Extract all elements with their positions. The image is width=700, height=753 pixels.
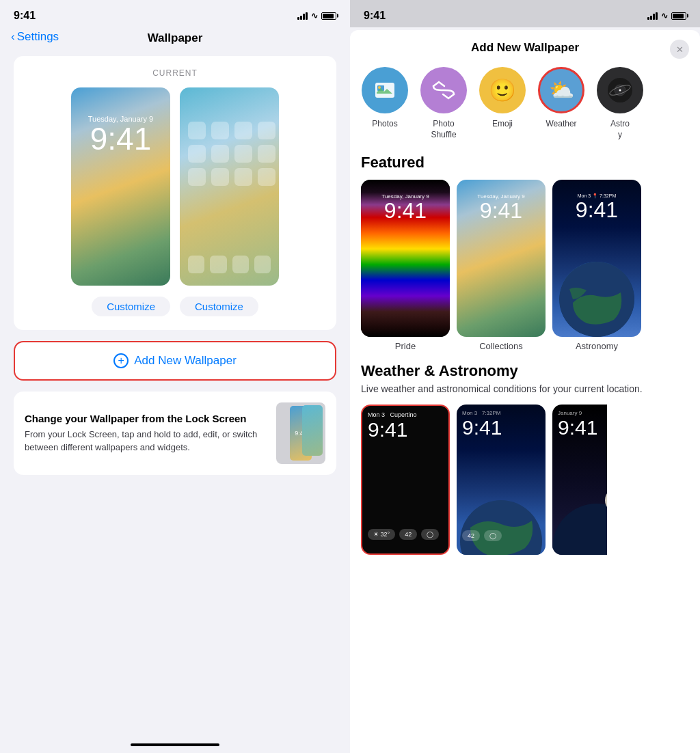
- type-weather[interactable]: ⛅ Weather: [537, 67, 585, 140]
- chevron-left-icon: ‹: [11, 30, 15, 44]
- ls-time-area: Tuesday, January 9 9:41: [71, 115, 170, 154]
- weather-row: Mon 3 Cupertino 9:41 ☀ 32° 42 ◯ Mon 3 7:…: [350, 405, 700, 555]
- home-screen-preview[interactable]: [180, 87, 279, 286]
- featured-title: Featured: [350, 151, 700, 180]
- weather-thumb-3: January 9 9:41: [552, 405, 607, 555]
- weather-top-3: January 9 9:41: [552, 405, 607, 445]
- wifi-icon: ∿: [311, 11, 318, 20]
- app-icon: [234, 145, 252, 163]
- app-icon: [188, 122, 206, 139]
- lock-screen-preview[interactable]: Tuesday, January 9 9:41: [71, 87, 170, 286]
- type-label-emoji: Emoji: [492, 119, 513, 130]
- weather-section-title: Weather & Astronomy: [350, 357, 700, 383]
- svg-point-2: [378, 86, 381, 89]
- info-title: Change your Wallpaper from the Lock Scre…: [25, 413, 267, 424]
- type-emoji[interactable]: 🙂 Emoji: [479, 67, 526, 140]
- collections-thumb: Tuesday, January 9 9:41: [457, 180, 546, 337]
- app-icon: [234, 168, 252, 186]
- weather-item-1[interactable]: Mon 3 Cupertino 9:41 ☀ 32° 42 ◯: [361, 405, 450, 555]
- photo-shuffle-icon: [420, 67, 467, 113]
- weather-top-2: Mon 3 7:32PM 9:41: [457, 405, 546, 445]
- close-icon: ✕: [676, 44, 684, 55]
- featured-time: Tuesday, January 9 9:41: [361, 193, 450, 221]
- right-panel: 9:41 ∿ Add New Wallpaper ✕: [350, 0, 700, 753]
- app-icon: [188, 168, 206, 186]
- weather-thumb-2: Mon 3 7:32PM 9:41 42 ◯: [457, 405, 546, 555]
- pride-thumb: Tuesday, January 9 9:41: [361, 180, 450, 337]
- astro-icon: [597, 67, 643, 113]
- status-icons-left: ∿: [297, 11, 336, 20]
- featured-label-pride: Pride: [395, 341, 416, 351]
- modal-header: Add New Wallpaper ✕: [350, 30, 700, 61]
- left-panel: 9:41 ∿ ‹ Settings Wallpaper CURRENT: [0, 0, 350, 753]
- modal-sheet: Add New Wallpaper ✕ Photos: [350, 30, 700, 753]
- customize-home-button[interactable]: Customize: [180, 297, 258, 316]
- info-preview-image: 9:41: [276, 402, 325, 464]
- type-astro[interactable]: Astroy: [596, 67, 644, 140]
- plus-circle-icon: +: [113, 353, 129, 368]
- photos-icon: [362, 67, 408, 113]
- add-wallpaper-button[interactable]: + Add New Wallpaper: [14, 341, 336, 381]
- featured-label-collections: Collections: [479, 341, 523, 351]
- type-photo-shuffle[interactable]: PhotoShuffle: [420, 67, 468, 140]
- dock-icon: [188, 256, 204, 273]
- lock-screen-thumb: Tuesday, January 9 9:41: [71, 87, 170, 286]
- featured-time-collections: Tuesday, January 9 9:41: [457, 193, 546, 221]
- app-icon: [258, 122, 275, 139]
- customize-lock-button[interactable]: Customize: [92, 297, 170, 316]
- svg-point-9: [552, 504, 607, 555]
- weather-top-1: Mon 3 Cupertino 9:41: [362, 406, 448, 447]
- app-icon: [211, 122, 229, 139]
- featured-label-astronomy: Astronomy: [576, 341, 618, 351]
- app-icon: [211, 168, 229, 186]
- emoji-icon: 🙂: [479, 67, 526, 113]
- app-icon: [234, 122, 252, 139]
- home-indicator: [131, 743, 219, 746]
- home-dock: [188, 256, 271, 273]
- featured-row: Tuesday, January 9 9:41 Pride Tuesday, J…: [350, 180, 700, 357]
- battery-icon-right: [671, 12, 686, 20]
- page-title: Wallpaper: [148, 31, 203, 45]
- ls-clock: 9:41: [71, 123, 170, 154]
- close-button[interactable]: ✕: [670, 40, 689, 59]
- weather-widgets-2: 42 ◯: [462, 530, 540, 541]
- back-label: Settings: [17, 30, 59, 44]
- featured-collections[interactable]: Tuesday, January 9 9:41 Collections: [457, 180, 546, 351]
- wallpaper-previews: Tuesday, January 9 9:41: [25, 87, 325, 286]
- modal-title: Add New Wallpaper: [471, 41, 579, 55]
- battery-icon: [321, 12, 336, 20]
- nav-bar-left: ‹ Settings Wallpaper: [0, 27, 350, 49]
- wallpaper-types-row: Photos PhotoShuffle 🙂 Emoji: [350, 61, 700, 151]
- type-photos[interactable]: Photos: [361, 67, 409, 140]
- dock-icon: [232, 256, 249, 273]
- signal-icon-right: [647, 12, 658, 20]
- earth-visual: [559, 262, 634, 337]
- weather-widgets-1: ☀ 32° 42 ◯: [368, 529, 443, 540]
- featured-astronomy[interactable]: Mon 3 📍 7:32PM 9:41 Astronomy: [552, 180, 641, 351]
- customize-row: Customize Customize: [25, 297, 325, 316]
- info-desc: From your Lock Screen, tap and hold to a…: [25, 428, 267, 453]
- svg-point-5: [619, 90, 621, 92]
- current-label: CURRENT: [25, 68, 325, 78]
- info-text: Change your Wallpaper from the Lock Scre…: [25, 413, 267, 453]
- weather-item-2[interactable]: Mon 3 7:32PM 9:41 42 ◯: [457, 405, 546, 555]
- type-label-photo-shuffle: PhotoShuffle: [431, 119, 456, 140]
- astronomy-thumb: Mon 3 📍 7:32PM 9:41: [552, 180, 641, 337]
- featured-pride[interactable]: Tuesday, January 9 9:41 Pride: [361, 180, 450, 351]
- app-icon: [211, 145, 229, 163]
- back-button[interactable]: ‹ Settings: [11, 30, 59, 44]
- app-icon: [258, 145, 275, 163]
- status-bar-left: 9:41 ∿: [0, 0, 350, 27]
- dock-icon: [254, 256, 271, 273]
- left-content: CURRENT Tuesday, January 9 9:41: [0, 49, 350, 743]
- status-bar-right: 9:41 ∿: [350, 0, 700, 27]
- app-icons-grid: [188, 122, 271, 186]
- weather-item-3[interactable]: January 9 9:41: [552, 405, 607, 555]
- type-label-astro: Astroy: [610, 119, 630, 140]
- signal-icon: [297, 12, 308, 20]
- weather-icon: ⛅: [538, 67, 584, 113]
- home-screen-thumb: [180, 87, 279, 286]
- earth-svg-2: [457, 487, 546, 555]
- type-label-photos: Photos: [372, 119, 397, 130]
- app-icon: [258, 168, 275, 186]
